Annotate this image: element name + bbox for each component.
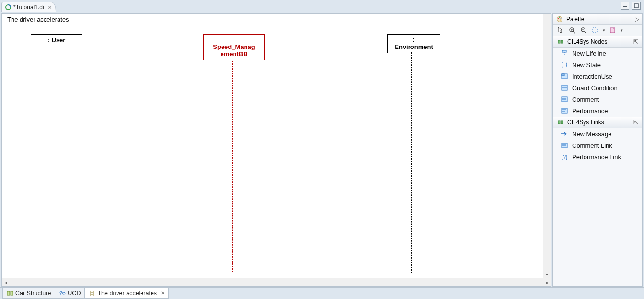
lifeline-label-line2: Speed_Manag bbox=[208, 44, 260, 51]
svg-rect-17 bbox=[558, 40, 560, 43]
sequence-diagram: The driver accelerates : User : Speed_Ma… bbox=[2, 14, 434, 273]
palette-item-new-message[interactable]: New Message bbox=[553, 128, 642, 140]
lifeline-label-line1: : bbox=[208, 36, 260, 44]
comment-link-icon bbox=[561, 142, 568, 149]
editor-tab-tutorial1[interactable]: *Tutorial1.di ✕ bbox=[1, 2, 56, 12]
palette-item-performance-link[interactable]: {?} Performance Link bbox=[553, 151, 642, 163]
select-tool-icon[interactable] bbox=[557, 26, 564, 34]
close-icon[interactable]: ✕ bbox=[47, 4, 53, 10]
tab-label: The driver accelerates bbox=[97, 290, 157, 297]
tab-ucd[interactable]: UCD bbox=[55, 288, 85, 299]
scroll-left-icon[interactable]: ◂ bbox=[2, 279, 10, 286]
palette-drawer-nodes[interactable]: CIL4Sys Nodes ⇱ bbox=[553, 36, 642, 48]
palette-toolbar: ▾ ▾ bbox=[553, 25, 642, 36]
pin-icon[interactable]: ⇱ bbox=[633, 120, 638, 125]
dropdown-icon[interactable]: ▾ bbox=[621, 28, 623, 33]
svg-rect-37 bbox=[7, 291, 10, 295]
zoom-in-icon[interactable] bbox=[568, 26, 576, 34]
palette-item-comment[interactable]: Comment bbox=[553, 94, 642, 105]
palette-item-label: Guard Condition bbox=[572, 84, 618, 92]
svg-rect-16 bbox=[610, 28, 615, 33]
lifeline-label-line2: Environment bbox=[392, 44, 436, 51]
lifeline-head-environment[interactable]: : Environment bbox=[387, 34, 440, 53]
pin-icon[interactable]: ⇱ bbox=[633, 39, 638, 45]
zoom-out-icon[interactable] bbox=[580, 26, 587, 34]
svg-line-13 bbox=[585, 31, 586, 33]
drawer-title: CIL4Sys Links bbox=[567, 119, 604, 126]
svg-rect-32 bbox=[561, 121, 563, 124]
minimize-button[interactable] bbox=[621, 2, 629, 10]
maximize-button[interactable] bbox=[632, 2, 641, 10]
lifeline-dash-environment[interactable] bbox=[411, 52, 412, 273]
diagram-title-tab[interactable]: The driver accelerates bbox=[2, 14, 78, 24]
usecase-icon bbox=[59, 290, 66, 297]
palette-item-performance[interactable]: Performance bbox=[553, 105, 642, 117]
svg-rect-31 bbox=[558, 121, 560, 124]
papyrus-file-icon bbox=[5, 4, 12, 11]
svg-rect-18 bbox=[561, 40, 563, 43]
palette-title: Palette bbox=[566, 16, 584, 23]
vertical-scrollbar[interactable]: ▾ bbox=[543, 14, 551, 278]
palette-item-label: New Message bbox=[572, 131, 611, 138]
lifeline-head-speed[interactable]: : Speed_Manag ementBB bbox=[203, 34, 265, 60]
lifeline-icon bbox=[561, 49, 568, 57]
palette-item-comment-link[interactable]: Comment Link bbox=[553, 140, 642, 151]
editor-window-controls bbox=[621, 2, 641, 10]
horizontal-scrollbar[interactable]: ◂ ▸ bbox=[2, 278, 551, 286]
svg-rect-19 bbox=[562, 50, 566, 52]
diagram-canvas[interactable]: The driver accelerates : User : Speed_Ma… bbox=[2, 14, 551, 278]
lifeline-label-line3: ementBB bbox=[208, 51, 260, 58]
svg-rect-1 bbox=[623, 6, 627, 7]
svg-line-9 bbox=[573, 31, 575, 33]
palette-nodes-items: New Lifeline ⟨ ⟩ New State InteractionUs… bbox=[553, 48, 642, 117]
palette-icon bbox=[556, 15, 563, 23]
svg-rect-22 bbox=[562, 74, 564, 76]
chevron-right-icon[interactable]: ▷ bbox=[635, 16, 639, 22]
lifeline-head-user[interactable]: : User bbox=[31, 34, 82, 46]
performance-icon bbox=[561, 107, 568, 115]
svg-point-39 bbox=[60, 291, 62, 293]
palette-item-interaction-use[interactable]: InteractionUse bbox=[553, 71, 642, 82]
comment-icon bbox=[561, 96, 568, 103]
scroll-down-icon[interactable]: ▾ bbox=[543, 270, 550, 278]
palette-header[interactable]: Palette ▷ bbox=[553, 14, 642, 25]
editor-tab-bar: *Tutorial1.di ✕ bbox=[0, 0, 644, 12]
canvas-grid-area bbox=[437, 14, 551, 278]
close-icon[interactable]: ✕ bbox=[161, 290, 164, 296]
note-tool-icon[interactable] bbox=[609, 26, 617, 34]
svg-rect-25 bbox=[562, 97, 567, 102]
svg-rect-28 bbox=[562, 108, 567, 113]
palette-drawer-links[interactable]: CIL4Sys Links ⇱ bbox=[553, 117, 642, 128]
lifeline-dash-speed[interactable] bbox=[232, 61, 233, 272]
palette-item-label: Performance bbox=[572, 108, 608, 115]
lifeline-label: : User bbox=[48, 36, 66, 44]
performance-link-icon: {?} bbox=[561, 153, 568, 161]
lifeline-dash-user[interactable] bbox=[56, 47, 56, 272]
drawer-title: CIL4Sys Nodes bbox=[567, 38, 607, 45]
block-diagram-icon bbox=[7, 290, 13, 297]
drawer-icon bbox=[557, 38, 564, 46]
palette-item-new-state[interactable]: ⟨ ⟩ New State bbox=[553, 59, 642, 71]
palette-item-new-lifeline[interactable]: New Lifeline bbox=[553, 48, 642, 59]
guard-icon bbox=[561, 84, 568, 92]
palette-item-label: InteractionUse bbox=[572, 73, 612, 80]
svg-rect-15 bbox=[593, 28, 597, 33]
editor-tab-label: *Tutorial1.di bbox=[13, 4, 44, 11]
tab-car-structure[interactable]: Car Structure bbox=[2, 288, 55, 299]
palette-item-guard-condition[interactable]: Guard Condition bbox=[553, 82, 642, 94]
palette-panel: Palette ▷ ▾ bbox=[552, 13, 643, 287]
svg-point-6 bbox=[561, 18, 562, 19]
lifeline-label-line1: : bbox=[392, 36, 436, 44]
dropdown-icon[interactable]: ▾ bbox=[603, 28, 605, 33]
svg-point-41 bbox=[62, 292, 65, 294]
tab-label: UCD bbox=[68, 290, 81, 297]
marquee-tool-icon[interactable] bbox=[591, 26, 599, 34]
palette-links-items: New Message Comment Link {?} Performance… bbox=[553, 128, 642, 163]
scroll-right-icon[interactable]: ▸ bbox=[543, 279, 551, 286]
sequence-icon bbox=[89, 290, 95, 297]
tab-the-driver-accelerates[interactable]: The driver accelerates ✕ bbox=[84, 288, 169, 299]
svg-rect-38 bbox=[11, 291, 13, 295]
interactionuse-icon bbox=[561, 72, 568, 80]
svg-point-5 bbox=[559, 17, 560, 18]
palette-item-label: Performance Link bbox=[572, 154, 621, 161]
